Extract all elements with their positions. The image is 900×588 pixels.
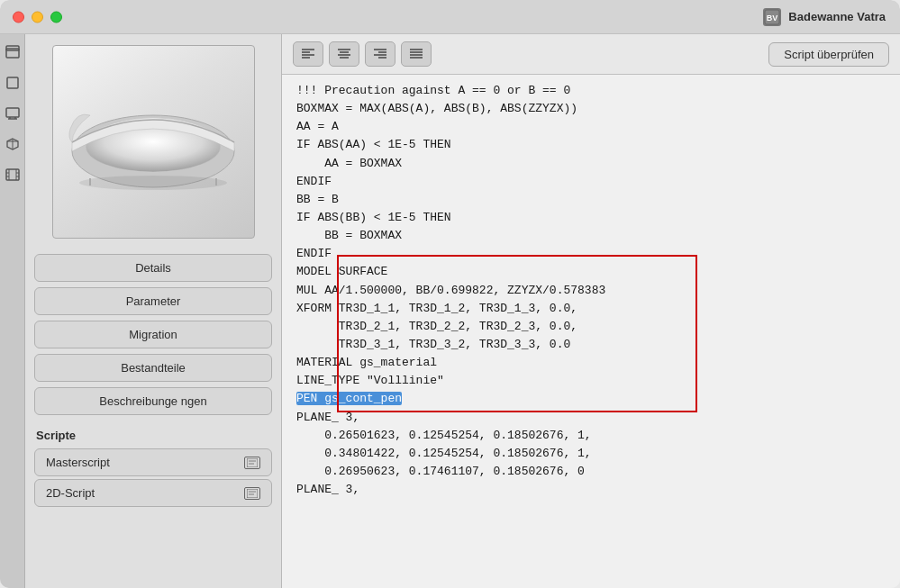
code-line-8: IF ABS(BB) < 1E-5 THEN	[296, 211, 451, 224]
script-file-icon-2	[244, 487, 260, 500]
details-button[interactable]: Details	[34, 254, 272, 282]
code-line-19: PLANE_ 3,	[296, 411, 359, 424]
cube-icon[interactable]	[4, 135, 22, 153]
app-icon: BV	[763, 8, 781, 26]
2d-script-row[interactable]: 2D-Script	[34, 479, 272, 507]
title-bar: BV Badewanne Vatra	[0, 0, 900, 34]
code-line-22: 0.26950623, 0.17461107, 0.18502676, 0	[296, 465, 585, 478]
code-line-3: AA = A	[296, 120, 339, 133]
code-line-10: ENDIF	[296, 247, 332, 260]
scripte-label: Scripte	[25, 425, 281, 446]
svg-text:BV: BV	[767, 14, 778, 23]
3d-preview	[52, 45, 255, 239]
editor-toolbar: Script überprüfen	[282, 34, 900, 75]
code-line-6: ENDIF	[296, 175, 332, 188]
code-line-15: TR3D_3_1, TR3D_3_2, TR3D_3_3, 0.0	[296, 338, 570, 351]
code-line-11: MODEL SURFACE	[296, 265, 387, 278]
svg-rect-12	[6, 169, 19, 180]
beschreibungen-button[interactable]: Beschreibunge ngen	[34, 387, 272, 415]
window-title: BV Badewanne Vatra	[763, 8, 886, 26]
code-line-16: MATERIAL gs_material	[296, 356, 437, 369]
code-line-9: BB = BOXMAX	[296, 229, 402, 242]
code-line-5: AA = BOXMAX	[296, 157, 402, 170]
align-justify-btn[interactable]	[401, 41, 432, 67]
code-line-4: IF ABS(AA) < 1E-5 THEN	[296, 138, 451, 151]
masterscript-row[interactable]: Masterscript	[34, 448, 272, 476]
code-line-12: MUL AA/1.500000, BB/0.699822, ZZYZX/0.57…	[296, 284, 605, 297]
maximize-button[interactable]	[50, 11, 62, 23]
code-line-2: BOXMAX = MAX(ABS(A), ABS(B), ABS(ZZYZX))	[296, 102, 577, 115]
code-line-23: PLANE_ 3,	[296, 483, 359, 496]
main-layout: Details Parameter Migration Bestandteile…	[0, 34, 900, 588]
left-panel: Details Parameter Migration Bestandteile…	[25, 34, 282, 588]
svg-rect-24	[247, 458, 258, 467]
traffic-lights[interactable]	[13, 11, 62, 23]
migration-button[interactable]: Migration	[34, 321, 272, 348]
code-line-17: LINE_TYPE "Volllinie"	[296, 374, 444, 387]
svg-rect-5	[6, 108, 19, 117]
align-center-btn[interactable]	[329, 41, 359, 67]
code-content: !!! Precaution against A == 0 or B == 0 …	[296, 82, 886, 499]
monitor-icon[interactable]	[4, 104, 22, 122]
close-button[interactable]	[13, 11, 24, 23]
icon-sidebar	[0, 34, 25, 588]
code-area[interactable]: !!! Precaution against A == 0 or B == 0 …	[282, 75, 900, 588]
scripte-section: Scripte Masterscript 2D-Script	[25, 425, 281, 510]
right-panel: Script überprüfen !!! Precaution against…	[282, 34, 900, 588]
minimize-button[interactable]	[32, 11, 43, 23]
nav-buttons: Details Parameter Migration Bestandteile…	[25, 251, 281, 418]
svg-rect-4	[7, 77, 18, 88]
align-right-btn[interactable]	[365, 41, 395, 67]
bestandteile-button[interactable]: Bestandteile	[34, 354, 272, 382]
code-line-13: XFORM TR3D_1_1, TR3D_1_2, TR3D_1_3, 0.0,	[296, 302, 577, 315]
code-line-1: !!! Precaution against A == 0 or B == 0	[296, 84, 570, 97]
svg-point-21	[79, 176, 227, 190]
verify-script-button[interactable]: Script überprüfen	[768, 42, 889, 67]
film-icon[interactable]	[4, 166, 22, 184]
square-icon[interactable]	[4, 74, 22, 92]
code-line-21: 0.34801422, 0.12545254, 0.18502676, 1,	[296, 447, 592, 460]
layers-icon[interactable]	[4, 43, 22, 61]
2d-script-label: 2D-Script	[46, 486, 95, 500]
align-left-btn[interactable]	[293, 41, 323, 67]
code-line-14: TR3D_2_1, TR3D_2_2, TR3D_2_3, 0.0,	[296, 320, 577, 333]
svg-rect-27	[247, 489, 258, 498]
code-line-20: 0.26501623, 0.12545254, 0.18502676, 1,	[296, 429, 592, 442]
masterscript-label: Masterscript	[46, 456, 110, 469]
window-title-text: Badewanne Vatra	[788, 10, 886, 23]
highlighted-text: PEN gs_cont_pen	[296, 392, 402, 405]
code-line-7: BB = B	[296, 193, 339, 206]
code-line-18: PEN gs_cont_pen	[296, 392, 402, 405]
parameter-button[interactable]: Parameter	[34, 287, 272, 315]
script-file-icon	[244, 457, 260, 469]
